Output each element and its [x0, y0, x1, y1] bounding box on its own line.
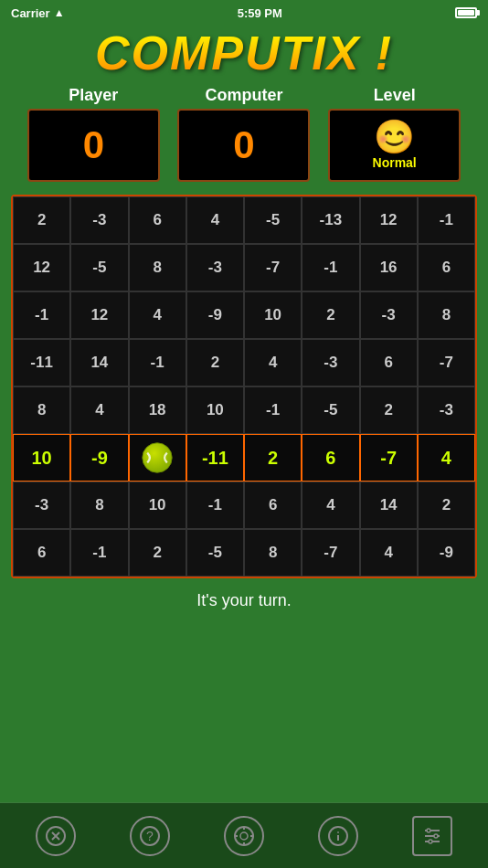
- table-row[interactable]: -3: [186, 244, 244, 291]
- toolbar: ?: [0, 802, 488, 868]
- table-row[interactable]: -3: [13, 482, 70, 529]
- table-row[interactable]: -5: [244, 196, 302, 244]
- computer-score-box: 0: [177, 109, 310, 182]
- table-row[interactable]: -13: [302, 196, 359, 244]
- table-row[interactable]: 10: [13, 434, 70, 482]
- table-row[interactable]: 6: [360, 339, 418, 386]
- status-time: 5:59 PM: [238, 6, 282, 20]
- table-row[interactable]: 10: [186, 386, 244, 434]
- table-row[interactable]: -7: [360, 434, 418, 482]
- table-row[interactable]: 14: [70, 339, 128, 386]
- table-row[interactable]: -3: [418, 386, 475, 434]
- level-label: Level: [374, 86, 416, 105]
- table-row[interactable]: 6: [244, 482, 302, 529]
- table-row[interactable]: 2: [13, 196, 70, 244]
- svg-point-19: [434, 834, 438, 838]
- table-row[interactable]: -1: [186, 482, 244, 529]
- carrier-label: Carrier: [11, 6, 50, 20]
- table-row[interactable]: 8: [13, 386, 70, 434]
- table-row[interactable]: -1: [13, 291, 70, 339]
- table-row[interactable]: -11: [13, 339, 70, 386]
- game-grid-container: 2-364-5-1312-112-58-3-7-1166-1124-9102-3…: [11, 195, 477, 578]
- scoreboard: Player 0 Computer 0 Level 😊 Normal: [0, 86, 488, 182]
- computer-label: Computer: [205, 86, 282, 105]
- table-row[interactable]: 4: [129, 291, 186, 339]
- table-row[interactable]: -7: [302, 529, 359, 577]
- table-row[interactable]: 12: [70, 291, 128, 339]
- table-row[interactable]: 6: [13, 529, 70, 577]
- help-button[interactable]: ?: [130, 816, 170, 856]
- audio-button[interactable]: [224, 816, 264, 856]
- table-row[interactable]: 2: [360, 386, 418, 434]
- table-row[interactable]: 12: [13, 244, 70, 291]
- table-row[interactable]: -5: [70, 244, 128, 291]
- table-row[interactable]: 10: [244, 291, 302, 339]
- app-title: COMPUTIX !: [0, 29, 488, 77]
- table-row[interactable]: -5: [186, 529, 244, 577]
- svg-point-20: [429, 840, 432, 843]
- cancel-button[interactable]: [36, 816, 76, 856]
- settings-button[interactable]: [412, 816, 452, 856]
- table-row[interactable]: -11: [186, 434, 244, 482]
- table-row[interactable]: -3: [360, 291, 418, 339]
- table-row[interactable]: -3: [302, 339, 359, 386]
- player-score-box: 0: [27, 109, 160, 182]
- table-row[interactable]: 6: [418, 244, 475, 291]
- table-row[interactable]: -1: [129, 339, 186, 386]
- table-row[interactable]: 12: [360, 196, 418, 244]
- table-row[interactable]: 6: [302, 434, 359, 482]
- table-row[interactable]: 2: [302, 291, 359, 339]
- level-text: Normal: [373, 155, 417, 170]
- table-row[interactable]: -9: [418, 529, 475, 577]
- status-message: It's your turn.: [0, 578, 488, 619]
- svg-point-0: [143, 443, 172, 472]
- table-row[interactable]: -7: [244, 244, 302, 291]
- table-row[interactable]: 4: [360, 529, 418, 577]
- player-section: Player 0: [27, 86, 160, 182]
- status-bar: Carrier ▲ 5:59 PM: [0, 0, 488, 26]
- level-section: Level 😊 Normal: [328, 86, 461, 182]
- table-row[interactable]: -9: [186, 291, 244, 339]
- computer-section: Computer 0: [177, 86, 310, 182]
- table-row[interactable]: 4: [418, 434, 475, 482]
- svg-text:?: ?: [146, 829, 154, 843]
- table-row[interactable]: 4: [302, 482, 359, 529]
- info-button[interactable]: [318, 816, 358, 856]
- table-row[interactable]: 2: [186, 339, 244, 386]
- table-row[interactable]: -7: [418, 339, 475, 386]
- table-row[interactable]: 18: [129, 386, 186, 434]
- table-row[interactable]: -1: [418, 196, 475, 244]
- table-row[interactable]: 8: [418, 291, 475, 339]
- level-box: 😊 Normal: [328, 109, 461, 182]
- computer-score: 0: [233, 123, 254, 167]
- table-row[interactable]: 4: [186, 196, 244, 244]
- table-row[interactable]: -9: [70, 434, 128, 482]
- table-row[interactable]: 2: [418, 482, 475, 529]
- svg-point-7: [240, 832, 248, 840]
- table-row[interactable]: [129, 434, 186, 482]
- game-grid: 2-364-5-1312-112-58-3-7-1166-1124-9102-3…: [13, 196, 475, 577]
- table-row[interactable]: 8: [70, 482, 128, 529]
- table-row[interactable]: 10: [129, 482, 186, 529]
- table-row[interactable]: 14: [360, 482, 418, 529]
- table-row[interactable]: 2: [244, 434, 302, 482]
- table-row[interactable]: 4: [70, 386, 128, 434]
- svg-point-14: [337, 831, 338, 832]
- wifi-icon: ▲: [54, 6, 65, 19]
- table-row[interactable]: -1: [244, 386, 302, 434]
- battery-icon: [455, 7, 477, 18]
- table-row[interactable]: -5: [302, 386, 359, 434]
- table-row[interactable]: 16: [360, 244, 418, 291]
- table-row[interactable]: -1: [302, 244, 359, 291]
- table-row[interactable]: 8: [244, 529, 302, 577]
- table-row[interactable]: 8: [129, 244, 186, 291]
- table-row[interactable]: 4: [244, 339, 302, 386]
- smiley-icon: 😊: [374, 121, 415, 153]
- table-row[interactable]: 6: [129, 196, 186, 244]
- player-label: Player: [69, 86, 118, 105]
- svg-point-18: [427, 829, 430, 832]
- table-row[interactable]: -1: [70, 529, 128, 577]
- table-row[interactable]: 2: [129, 529, 186, 577]
- table-row[interactable]: -3: [70, 196, 128, 244]
- player-score: 0: [83, 123, 104, 167]
